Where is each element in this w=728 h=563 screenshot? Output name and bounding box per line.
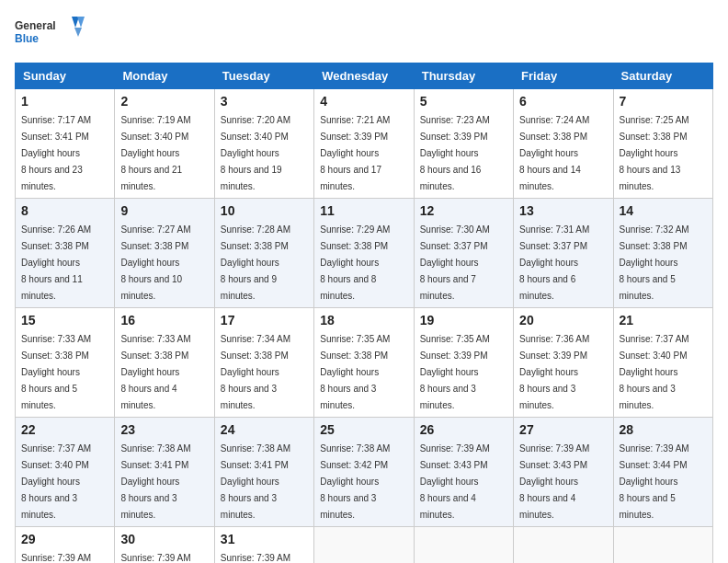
calendar-cell xyxy=(514,527,613,564)
calendar-cell: 8 Sunrise: 7:26 AMSunset: 3:38 PMDayligh… xyxy=(16,199,115,308)
day-number: 4 xyxy=(320,94,407,109)
calendar-week-row: 8 Sunrise: 7:26 AMSunset: 3:38 PMDayligh… xyxy=(16,199,713,308)
day-number: 27 xyxy=(519,422,607,437)
calendar-cell: 5 Sunrise: 7:23 AMSunset: 3:39 PMDayligh… xyxy=(414,89,513,199)
calendar-cell: 28 Sunrise: 7:39 AMSunset: 3:44 PMDaylig… xyxy=(613,418,712,527)
day-info: Sunrise: 7:35 AMSunset: 3:39 PMDaylight … xyxy=(420,334,490,410)
calendar-week-row: 29 Sunrise: 7:39 AMSunset: 3:45 PMDaylig… xyxy=(16,527,713,564)
day-number: 18 xyxy=(320,313,407,327)
calendar-table: SundayMondayTuesdayWednesdayThursdayFrid… xyxy=(15,63,713,563)
day-info: Sunrise: 7:21 AMSunset: 3:39 PMDaylight … xyxy=(320,115,390,191)
day-number: 6 xyxy=(519,94,607,109)
day-number: 1 xyxy=(21,94,108,109)
calendar-cell: 26 Sunrise: 7:39 AMSunset: 3:43 PMDaylig… xyxy=(414,418,513,527)
day-info: Sunrise: 7:28 AMSunset: 3:38 PMDaylight … xyxy=(221,224,290,301)
day-info: Sunrise: 7:37 AMSunset: 3:40 PMDaylight … xyxy=(620,334,689,410)
day-of-week-header: Thursday xyxy=(414,63,513,89)
calendar-cell: 31 Sunrise: 7:39 AMSunset: 3:47 PMDaylig… xyxy=(214,527,313,564)
day-info: Sunrise: 7:39 AMSunset: 3:45 PMDaylight … xyxy=(21,553,91,563)
day-of-week-header: Tuesday xyxy=(214,63,313,89)
calendar-cell: 11 Sunrise: 7:29 AMSunset: 3:38 PMDaylig… xyxy=(314,199,414,308)
svg-text:Blue: Blue xyxy=(15,32,39,45)
calendar-week-row: 15 Sunrise: 7:33 AMSunset: 3:38 PMDaylig… xyxy=(16,308,713,418)
calendar-cell: 12 Sunrise: 7:30 AMSunset: 3:37 PMDaylig… xyxy=(414,199,513,308)
calendar-cell: 23 Sunrise: 7:38 AMSunset: 3:41 PMDaylig… xyxy=(115,418,214,527)
day-info: Sunrise: 7:35 AMSunset: 3:38 PMDaylight … xyxy=(320,334,390,410)
day-info: Sunrise: 7:25 AMSunset: 3:38 PMDaylight … xyxy=(620,115,689,191)
day-number: 28 xyxy=(620,422,707,437)
day-number: 30 xyxy=(120,532,208,546)
day-number: 3 xyxy=(221,94,308,109)
day-info: Sunrise: 7:27 AMSunset: 3:38 PMDaylight … xyxy=(120,224,190,301)
day-number: 10 xyxy=(221,203,308,218)
day-info: Sunrise: 7:29 AMSunset: 3:38 PMDaylight … xyxy=(320,224,390,301)
svg-text:General: General xyxy=(15,19,56,32)
day-number: 19 xyxy=(420,313,507,327)
day-number: 11 xyxy=(320,203,407,218)
day-number: 21 xyxy=(620,313,707,327)
day-info: Sunrise: 7:17 AMSunset: 3:41 PMDaylight … xyxy=(21,115,91,191)
day-number: 23 xyxy=(120,422,208,437)
day-number: 8 xyxy=(21,203,108,218)
day-info: Sunrise: 7:30 AMSunset: 3:37 PMDaylight … xyxy=(420,224,490,301)
day-number: 16 xyxy=(120,313,208,327)
calendar-cell: 17 Sunrise: 7:34 AMSunset: 3:38 PMDaylig… xyxy=(214,308,313,418)
day-info: Sunrise: 7:19 AMSunset: 3:40 PMDaylight … xyxy=(120,115,190,191)
day-number: 20 xyxy=(519,313,607,327)
day-number: 31 xyxy=(221,532,308,546)
day-number: 14 xyxy=(620,203,707,218)
calendar-cell: 10 Sunrise: 7:28 AMSunset: 3:38 PMDaylig… xyxy=(214,199,313,308)
day-info: Sunrise: 7:38 AMSunset: 3:41 PMDaylight … xyxy=(120,443,190,520)
calendar-cell: 1 Sunrise: 7:17 AMSunset: 3:41 PMDayligh… xyxy=(16,89,115,199)
day-info: Sunrise: 7:24 AMSunset: 3:38 PMDaylight … xyxy=(519,115,589,191)
day-info: Sunrise: 7:39 AMSunset: 3:43 PMDaylight … xyxy=(519,443,589,520)
calendar-header-row: SundayMondayTuesdayWednesdayThursdayFrid… xyxy=(16,63,713,89)
day-info: Sunrise: 7:20 AMSunset: 3:40 PMDaylight … xyxy=(221,115,290,191)
calendar-cell: 13 Sunrise: 7:31 AMSunset: 3:37 PMDaylig… xyxy=(514,199,613,308)
calendar-cell: 22 Sunrise: 7:37 AMSunset: 3:40 PMDaylig… xyxy=(16,418,115,527)
day-number: 17 xyxy=(221,313,308,327)
calendar-cell: 19 Sunrise: 7:35 AMSunset: 3:39 PMDaylig… xyxy=(414,308,513,418)
calendar-cell: 30 Sunrise: 7:39 AMSunset: 3:46 PMDaylig… xyxy=(115,527,214,564)
svg-marker-4 xyxy=(74,28,82,37)
day-info: Sunrise: 7:36 AMSunset: 3:39 PMDaylight … xyxy=(519,334,589,410)
day-info: Sunrise: 7:37 AMSunset: 3:40 PMDaylight … xyxy=(21,443,91,520)
calendar-cell xyxy=(314,527,414,564)
day-of-week-header: Monday xyxy=(115,63,214,89)
day-info: Sunrise: 7:33 AMSunset: 3:38 PMDaylight … xyxy=(21,334,91,410)
day-number: 22 xyxy=(21,422,108,437)
calendar-cell: 3 Sunrise: 7:20 AMSunset: 3:40 PMDayligh… xyxy=(214,89,313,199)
calendar-week-row: 1 Sunrise: 7:17 AMSunset: 3:41 PMDayligh… xyxy=(16,89,713,199)
page-header: General Blue xyxy=(15,15,713,52)
day-info: Sunrise: 7:33 AMSunset: 3:38 PMDaylight … xyxy=(120,334,190,410)
day-number: 25 xyxy=(320,422,407,437)
calendar-cell: 7 Sunrise: 7:25 AMSunset: 3:38 PMDayligh… xyxy=(613,89,712,199)
day-number: 15 xyxy=(21,313,108,327)
calendar-cell: 2 Sunrise: 7:19 AMSunset: 3:40 PMDayligh… xyxy=(115,89,214,199)
day-info: Sunrise: 7:39 AMSunset: 3:47 PMDaylight … xyxy=(221,553,290,563)
day-of-week-header: Friday xyxy=(514,63,613,89)
day-info: Sunrise: 7:38 AMSunset: 3:42 PMDaylight … xyxy=(320,443,390,520)
calendar-cell: 6 Sunrise: 7:24 AMSunset: 3:38 PMDayligh… xyxy=(514,89,613,199)
calendar-cell: 27 Sunrise: 7:39 AMSunset: 3:43 PMDaylig… xyxy=(514,418,613,527)
day-info: Sunrise: 7:39 AMSunset: 3:43 PMDaylight … xyxy=(420,443,490,520)
calendar-cell: 15 Sunrise: 7:33 AMSunset: 3:38 PMDaylig… xyxy=(16,308,115,418)
day-number: 5 xyxy=(420,94,507,109)
day-of-week-header: Sunday xyxy=(16,63,115,89)
day-of-week-header: Wednesday xyxy=(314,63,414,89)
calendar-cell: 4 Sunrise: 7:21 AMSunset: 3:39 PMDayligh… xyxy=(314,89,414,199)
day-info: Sunrise: 7:23 AMSunset: 3:39 PMDaylight … xyxy=(420,115,490,191)
day-number: 29 xyxy=(21,532,108,546)
calendar-cell: 29 Sunrise: 7:39 AMSunset: 3:45 PMDaylig… xyxy=(16,527,115,564)
day-number: 9 xyxy=(120,203,208,218)
day-info: Sunrise: 7:39 AMSunset: 3:46 PMDaylight … xyxy=(120,553,190,563)
calendar-cell: 24 Sunrise: 7:38 AMSunset: 3:41 PMDaylig… xyxy=(214,418,313,527)
day-number: 26 xyxy=(420,422,507,437)
calendar-cell: 16 Sunrise: 7:33 AMSunset: 3:38 PMDaylig… xyxy=(115,308,214,418)
svg-marker-3 xyxy=(77,17,85,28)
day-of-week-header: Saturday xyxy=(613,63,712,89)
day-info: Sunrise: 7:38 AMSunset: 3:41 PMDaylight … xyxy=(221,443,290,520)
calendar-cell xyxy=(613,527,712,564)
calendar-cell xyxy=(414,527,513,564)
calendar-cell: 18 Sunrise: 7:35 AMSunset: 3:38 PMDaylig… xyxy=(314,308,414,418)
